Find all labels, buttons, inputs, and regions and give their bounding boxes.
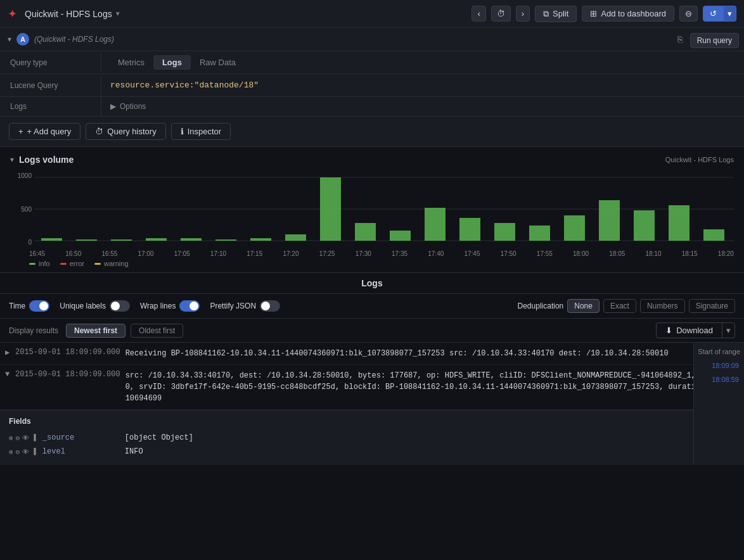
prettify-json-toggle[interactable] bbox=[260, 300, 280, 312]
tab-raw-data[interactable]: Raw Data bbox=[191, 55, 245, 70]
chart-source-label: Quickwit - HDFS Logs bbox=[665, 156, 734, 163]
svg-rect-18 bbox=[564, 215, 585, 241]
download-btn-group: ⬇ Download ▾ bbox=[656, 322, 735, 338]
unique-labels-toggle[interactable] bbox=[110, 300, 130, 312]
field-icons-source: ⊕ ⊖ 👁 ▐ bbox=[9, 434, 36, 442]
top-bar: ✦ Quickwit - HDFS Logs ▾ ‹ ⏱ › ⧉ Split ⊞… bbox=[0, 0, 744, 28]
app-title-text: Quickwit - HDFS Logs bbox=[25, 9, 112, 19]
dedup-exact-button[interactable]: Exact bbox=[603, 299, 636, 313]
legend-error-dot bbox=[60, 263, 67, 265]
add-dashboard-button[interactable]: ⊞ Add to dashboard bbox=[582, 6, 674, 22]
field-value-level: INFO bbox=[125, 447, 143, 456]
query-collapse-icon[interactable]: ▾ bbox=[8, 35, 11, 44]
log-expand-1[interactable]: ▶ bbox=[0, 343, 15, 364]
tab-metrics[interactable]: Metrics bbox=[109, 55, 153, 70]
dedup-numbers-button[interactable]: Numbers bbox=[640, 299, 685, 313]
legend-warning: warning bbox=[94, 260, 129, 267]
x-label-2: 16:55 bbox=[101, 250, 117, 257]
nav-next-button[interactable]: › bbox=[516, 6, 530, 22]
prettify-json-toggle-group: Prettify JSON bbox=[210, 300, 280, 312]
log-entry-2: ▼ 2015-09-01 18:09:09.000 src: /10.10.34… bbox=[0, 365, 744, 410]
add-query-button[interactable]: + + Add query bbox=[9, 123, 80, 140]
eye-icon[interactable]: 👁 bbox=[22, 434, 29, 442]
x-label-13: 17:50 bbox=[501, 250, 516, 257]
dedup-signature-button[interactable]: Signature bbox=[689, 299, 735, 313]
zoom-out-icon-level[interactable]: ⊖ bbox=[16, 448, 20, 456]
log-message-2: src: /10.10.34.33:40170, dest: /10.10.34… bbox=[125, 365, 744, 409]
field-icons-level: ⊕ ⊖ 👁 ▐ bbox=[9, 448, 36, 456]
app-title-chevron-icon[interactable]: ▾ bbox=[116, 10, 120, 18]
timeline-bar: Start of range 18:09:09 18:08:59 bbox=[693, 343, 744, 465]
chart-x-labels: 16:45 16:50 16:55 17:00 17:05 17:10 17:1… bbox=[10, 249, 734, 257]
timeline-label-1[interactable]: 18:09:09 bbox=[712, 362, 740, 369]
download-label: Download bbox=[676, 326, 713, 335]
split-label: Split bbox=[553, 9, 568, 18]
query-history-button[interactable]: ⏱ Query history bbox=[86, 123, 165, 140]
options-button[interactable]: ▶ Options bbox=[101, 97, 155, 116]
start-of-range-label: Start of range bbox=[698, 348, 740, 355]
run-button-caret[interactable]: ▾ bbox=[724, 6, 736, 22]
dedup-none-button[interactable]: None bbox=[567, 299, 600, 313]
nav-prev-button[interactable]: ‹ bbox=[471, 6, 485, 22]
x-label-18: 18:15 bbox=[682, 250, 698, 257]
svg-rect-13 bbox=[390, 231, 411, 241]
svg-rect-10 bbox=[285, 234, 306, 241]
chart-y-0: 0 bbox=[10, 239, 32, 246]
bar-chart-icon-level[interactable]: ▐ bbox=[32, 448, 36, 456]
log-expand-2[interactable]: ▼ bbox=[0, 365, 15, 409]
fields-title: Fields bbox=[9, 417, 735, 426]
timeline-label-2[interactable]: 18:08:59 bbox=[712, 376, 740, 383]
oldest-first-button[interactable]: Oldest first bbox=[131, 324, 183, 338]
x-label-7: 17:20 bbox=[283, 250, 298, 257]
bar-chart-icon[interactable]: ▐ bbox=[32, 434, 36, 442]
wrap-lines-toggle[interactable] bbox=[179, 300, 200, 312]
x-label-0: 16:45 bbox=[29, 250, 45, 257]
run-button[interactable]: ↺ bbox=[703, 6, 724, 22]
chart-y-1000: 1000 bbox=[10, 172, 32, 179]
query-panel: ▾ A (Quickwit - HDFS Logs) ⎘ ♡ ⬇ ⋯ Query… bbox=[0, 28, 744, 117]
logs-label: Logs bbox=[0, 97, 101, 116]
download-area: ⬇ Download ▾ bbox=[656, 322, 735, 338]
lucene-query-input[interactable] bbox=[101, 74, 744, 96]
time-picker-button[interactable]: ⏱ bbox=[491, 6, 511, 22]
svg-rect-20 bbox=[634, 210, 655, 241]
zoom-out-button[interactable]: ⊖ bbox=[679, 6, 698, 22]
chart-legend: info error warning bbox=[10, 257, 734, 267]
inspector-button[interactable]: ℹ Inspector bbox=[171, 123, 231, 140]
time-toggle-thumb bbox=[39, 302, 48, 310]
zoom-out-icon[interactable]: ⊖ bbox=[16, 434, 20, 442]
x-label-12: 17:45 bbox=[464, 250, 480, 257]
svg-rect-22 bbox=[703, 229, 724, 241]
query-history-label: Query history bbox=[107, 127, 156, 136]
x-label-17: 18:10 bbox=[645, 250, 661, 257]
tab-logs[interactable]: Logs bbox=[153, 55, 191, 70]
query-header: ▾ A (Quickwit - HDFS Logs) ⎘ ♡ ⬇ ⋯ bbox=[0, 28, 744, 51]
download-button[interactable]: ⬇ Download bbox=[657, 323, 722, 338]
query-source: (Quickwit - HDFS Logs) bbox=[34, 35, 114, 44]
chart-section-header: ▾ Logs volume Quickwit - HDFS Logs bbox=[10, 155, 734, 165]
dedup-group: Deduplication None Exact Numbers Signatu… bbox=[518, 299, 735, 313]
legend-warning-label: warning bbox=[104, 260, 129, 267]
zoom-in-icon[interactable]: ⊕ bbox=[9, 434, 13, 442]
split-icon: ⧉ bbox=[543, 9, 549, 19]
unique-labels-toggle-group: Unique labels bbox=[60, 300, 130, 312]
copy-icon[interactable]: ⎘ bbox=[675, 33, 685, 46]
chart-section: ▾ Logs volume Quickwit - HDFS Logs 1000 … bbox=[0, 147, 744, 272]
split-button[interactable]: ⧉ Split bbox=[535, 6, 577, 22]
field-row-level: ⊕ ⊖ 👁 ▐ level INFO bbox=[9, 445, 735, 459]
app-title: Quickwit - HDFS Logs ▾ bbox=[25, 9, 120, 19]
svg-rect-4 bbox=[76, 239, 97, 241]
field-name-source: _source bbox=[42, 433, 119, 442]
download-caret-button[interactable]: ▾ bbox=[722, 323, 734, 338]
eye-icon-level[interactable]: 👁 bbox=[22, 448, 29, 456]
zoom-in-icon-level[interactable]: ⊕ bbox=[9, 448, 13, 456]
newest-first-button[interactable]: Newest first bbox=[66, 324, 125, 338]
x-label-4: 17:05 bbox=[174, 250, 190, 257]
time-toggle-group: Time bbox=[9, 300, 49, 312]
x-label-3: 17:00 bbox=[138, 250, 154, 257]
chart-collapse-icon[interactable]: ▾ bbox=[10, 155, 14, 164]
time-toggle[interactable] bbox=[29, 300, 49, 312]
history-icon: ⏱ bbox=[95, 127, 103, 136]
legend-info-dot bbox=[29, 263, 35, 265]
query-label: A bbox=[16, 33, 29, 46]
